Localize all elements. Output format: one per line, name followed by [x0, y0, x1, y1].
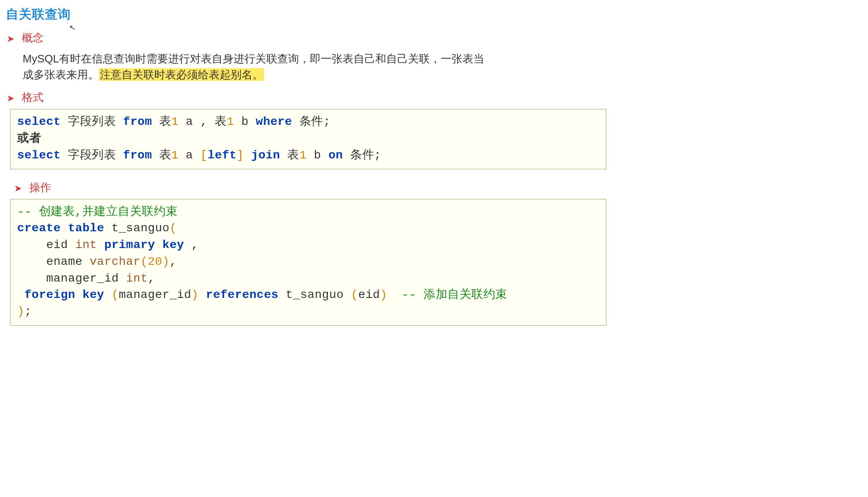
comma: ,	[148, 272, 155, 285]
num: 1	[299, 149, 307, 162]
txt-alias: b	[241, 115, 248, 128]
txt-table: 表	[159, 149, 172, 162]
kw-from: from	[123, 149, 152, 162]
identifier: eid	[46, 238, 68, 251]
kw-primary: primary	[104, 238, 155, 251]
kw-create: create	[17, 222, 61, 235]
num: 1	[171, 115, 178, 128]
section-heading-format: ➤ 格式	[6, 90, 606, 105]
paren: (	[351, 288, 358, 301]
paren: (	[112, 288, 119, 301]
txt-alias: a	[186, 115, 193, 128]
txt-fieldlist: 字段列表	[68, 149, 116, 162]
identifier: manager_id	[46, 272, 119, 285]
kw-join: join	[251, 149, 280, 162]
format-code-block: select 字段列表 from 表1 a , 表1 b where 条件; 或…	[10, 109, 606, 169]
num: 1	[227, 115, 234, 128]
txt-table: 表	[159, 115, 172, 128]
operation-code: -- 创建表,并建立自关联约束 create table t_sanguo( e…	[17, 204, 599, 320]
kw-from: from	[123, 115, 152, 128]
paren: )	[162, 255, 169, 268]
identifier: manager_id	[119, 288, 191, 301]
section-label-concept: 概念	[22, 31, 44, 45]
bullet-arrow-icon: ➤	[7, 34, 14, 44]
document-page: ↖ 自关联查询 ➤ 概念 MySQL有时在信息查询时需要进行对表自身进行关联查询…	[0, 0, 612, 345]
kw-left: left	[208, 149, 236, 162]
txt-table: 表	[215, 115, 227, 128]
bracket: [	[200, 149, 208, 162]
type: int	[75, 238, 97, 251]
kw-where: where	[256, 115, 292, 128]
num: 20	[148, 255, 162, 268]
paren: )	[191, 288, 198, 301]
kw-table: table	[68, 222, 104, 235]
type: int	[126, 272, 148, 285]
num: 1	[171, 149, 178, 162]
section-heading-concept: ➤ 概念	[6, 31, 606, 45]
kw-references: references	[206, 288, 278, 301]
txt-cond: 条件;	[299, 115, 330, 128]
identifier: eid	[358, 288, 380, 301]
kw-key: key	[162, 238, 184, 251]
bullet-arrow-icon: ➤	[14, 184, 22, 193]
paren: )	[380, 288, 387, 301]
txt-table: 表	[287, 149, 299, 162]
kw-select: select	[17, 115, 61, 128]
kw-key: key	[83, 288, 104, 301]
comment: -- 创建表,并建立自关联约束	[17, 205, 178, 218]
operation-code-block: -- 创建表,并建立自关联约束 create table t_sanguo( e…	[10, 199, 606, 326]
txt-cond: 条件;	[350, 149, 381, 162]
kw-on: on	[328, 149, 343, 162]
identifier: t_sanguo	[112, 222, 169, 235]
bullet-arrow-icon: ➤	[7, 94, 14, 103]
type: varchar	[90, 255, 140, 268]
paren: (	[169, 222, 177, 235]
or-label: 或者	[17, 132, 41, 145]
comma: ,	[169, 255, 177, 268]
comma: ,	[191, 238, 198, 251]
concept-paragraph: MySQL有时在信息查询时需要进行对表自身进行关联查询，即一张表自己和自己关联，…	[23, 51, 492, 83]
paren: )	[17, 305, 24, 318]
section-label-format: 格式	[22, 90, 44, 105]
txt-alias: b	[314, 149, 321, 162]
format-code: select 字段列表 from 表1 a , 表1 b where 条件; 或…	[17, 114, 599, 163]
bracket: ]	[236, 149, 244, 162]
identifier: ename	[46, 255, 83, 268]
comment: -- 添加自关联约束	[402, 288, 507, 301]
kw-select: select	[17, 149, 61, 162]
txt-comma: ,	[200, 115, 208, 128]
section-heading-operation: ➤ 操作	[6, 180, 606, 195]
identifier: t_sanguo	[286, 288, 343, 301]
txt-alias: a	[186, 149, 193, 162]
kw-foreign: foreign	[24, 288, 75, 301]
txt-fieldlist: 字段列表	[68, 115, 116, 128]
paren: (	[140, 255, 148, 268]
section-label-operation: 操作	[29, 180, 51, 195]
semicolon: ;	[24, 305, 31, 318]
concept-text-highlight: 注意自关联时表必须给表起别名。	[99, 68, 264, 81]
page-title: 自关联查询	[6, 6, 606, 23]
